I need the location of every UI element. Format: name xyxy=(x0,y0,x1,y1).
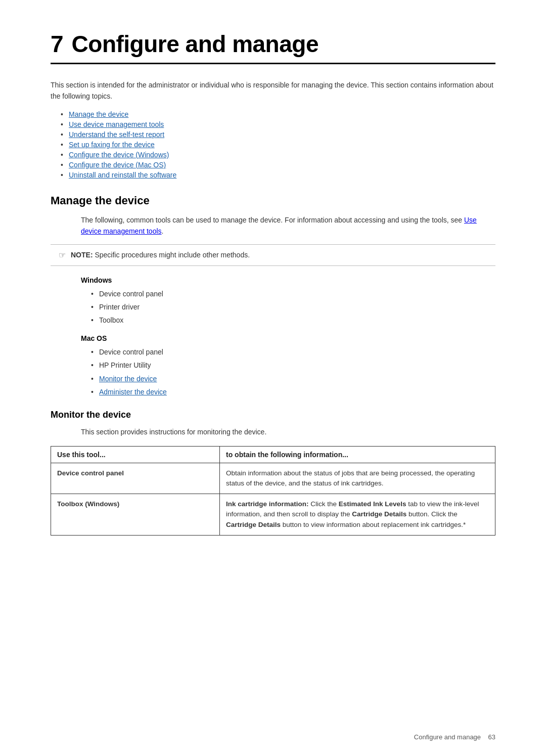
cartridge-details-bold2: Cartridge Details xyxy=(226,521,281,528)
table-header-info: to obtain the following information... xyxy=(220,446,495,463)
list-item: Understand the self-test report xyxy=(61,130,495,139)
windows-list: Device control panel Printer driver Tool… xyxy=(51,288,495,326)
toc-link-manage[interactable]: Manage the device xyxy=(69,110,128,118)
toc-link-configwin[interactable]: Configure the device (Windows) xyxy=(69,151,169,159)
footer: Configure and manage 63 xyxy=(0,733,546,741)
table-header-row: Use this tool... to obtain the following… xyxy=(51,446,495,463)
page-container: 7Configure and manage This section is in… xyxy=(0,0,546,576)
toc-link-fax[interactable]: Set up faxing for the device xyxy=(69,141,155,149)
monitor-table: Use this tool... to obtain the following… xyxy=(51,446,495,536)
table-header-tool: Use this tool... xyxy=(51,446,220,463)
list-item: Device control panel xyxy=(91,346,495,358)
monitor-link[interactable]: Monitor the device xyxy=(99,375,157,383)
toc-link-uninstall[interactable]: Uninstall and reinstall the software xyxy=(69,171,176,179)
list-item: Manage the device xyxy=(61,110,495,118)
note-icon: ☞ xyxy=(59,250,66,260)
chapter-header: 7Configure and manage xyxy=(51,30,495,64)
administer-link[interactable]: Administer the device xyxy=(99,388,167,396)
footer-right: Configure and manage 63 xyxy=(414,733,495,741)
list-item: Administer the device xyxy=(91,386,495,397)
footer-section: Configure and manage xyxy=(414,733,481,741)
cartridge-details-bold1: Cartridge Details xyxy=(352,510,406,518)
note-label: NOTE: xyxy=(71,251,93,259)
manage-text-suffix: . xyxy=(162,227,164,235)
estimated-ink-bold: Estimated Ink Levels xyxy=(339,500,406,508)
list-item: HP Printer Utility xyxy=(91,360,495,371)
toc-list: Manage the device Use device management … xyxy=(51,110,495,179)
manage-section-heading: Manage the device xyxy=(51,194,495,207)
toc-link-selftest[interactable]: Understand the self-test report xyxy=(69,130,164,139)
monitor-section-heading: Monitor the device xyxy=(51,410,495,420)
monitor-section-text: This section provides instructions for m… xyxy=(51,426,495,437)
note-text: NOTE: Specific procedures might include … xyxy=(71,250,250,260)
table-cell-info-1: Obtain information about the status of j… xyxy=(220,463,495,494)
list-item: Monitor the device xyxy=(91,373,495,384)
macos-list: Device control panel HP Printer Utility … xyxy=(51,346,495,398)
list-item: Configure the device (Mac OS) xyxy=(61,161,495,169)
manage-text-before-link: The following, common tools can be used … xyxy=(81,216,464,224)
windows-heading: Windows xyxy=(51,276,495,284)
list-item: Use device management tools xyxy=(61,120,495,128)
macos-heading: Mac OS xyxy=(51,334,495,342)
chapter-number: 7 xyxy=(51,31,64,57)
list-item: Set up faxing for the device xyxy=(61,141,495,149)
table-row: Device control panel Obtain information … xyxy=(51,463,495,494)
list-item: Toolbox xyxy=(91,315,495,326)
table-row: Toolbox (Windows) Ink cartridge informat… xyxy=(51,494,495,536)
list-item: Configure the device (Windows) xyxy=(61,151,495,159)
footer-page-number: 63 xyxy=(488,733,495,741)
ink-info-bold: Ink cartridge information: xyxy=(226,500,309,508)
table-cell-info-2: Ink cartridge information: Click the Est… xyxy=(220,494,495,536)
note-body: Specific procedures might include other … xyxy=(95,251,250,259)
list-item: Printer driver xyxy=(91,301,495,313)
manage-section-text: The following, common tools can be used … xyxy=(51,214,495,237)
toc-link-tools[interactable]: Use device management tools xyxy=(69,120,164,128)
intro-text: This section is intended for the adminis… xyxy=(51,79,495,102)
note-box: ☞ NOTE: Specific procedures might includ… xyxy=(51,244,495,266)
list-item: Device control panel xyxy=(91,288,495,299)
table-cell-tool-1: Device control panel xyxy=(51,463,220,494)
chapter-title: Configure and manage xyxy=(72,31,318,57)
list-item: Uninstall and reinstall the software xyxy=(61,171,495,179)
table-cell-tool-2: Toolbox (Windows) xyxy=(51,494,220,536)
toc-link-configmac[interactable]: Configure the device (Mac OS) xyxy=(69,161,166,169)
